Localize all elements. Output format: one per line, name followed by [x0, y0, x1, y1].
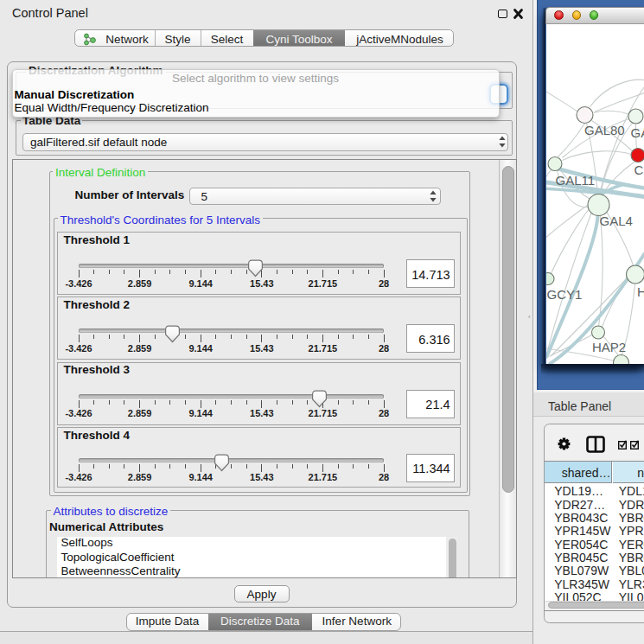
svg-text:GAL11: GAL11	[555, 172, 595, 187]
svg-text:HAP2: HAP2	[592, 339, 626, 354]
svg-text:GAL4: GAL4	[599, 214, 632, 228]
svg-text:GCY1: GCY1	[546, 287, 582, 302]
svg-text:GA: GA	[630, 124, 644, 139]
svg-text:GAL80: GAL80	[584, 122, 625, 137]
svg-text:C: C	[634, 162, 643, 176]
svg-text:H: H	[637, 284, 644, 298]
